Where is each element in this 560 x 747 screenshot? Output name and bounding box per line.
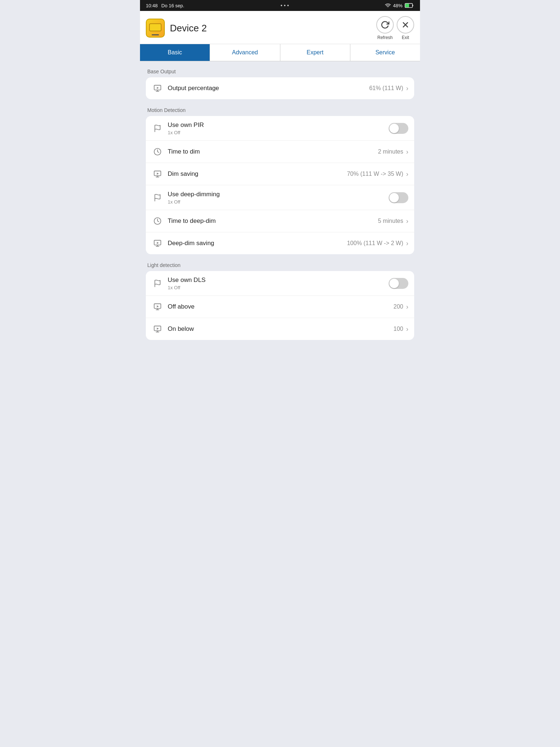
row-title-time-dim: Time to dim [168,148,378,156]
device-icon-svg [149,23,162,33]
play-icon-deep-dim-saving [152,237,163,249]
tab-basic[interactable]: Basic [140,44,210,61]
row-content-pir: Use own PIR 1x Off [168,121,389,135]
row-subtitle-dls: 1x Off [168,285,389,290]
row-deep-dim-saving[interactable]: Deep-dim saving 100% (111 W -> 2 W) › [146,232,414,254]
chevron-output-percentage: › [406,85,408,92]
row-time-to-deep-dim[interactable]: Time to deep-dim 5 minutes › [146,210,414,232]
row-content-output-percentage: Output percentage [168,84,369,92]
row-use-own-pir: Use own PIR 1x Off [146,116,414,141]
app-container: Device 2 Refresh Exit [140,11,420,355]
chevron-on-below: › [406,325,408,333]
tabs: Basic Advanced Expert Service [140,44,420,61]
flag-icon-deep-dimming [152,192,163,204]
row-subtitle-pir: 1x Off [168,130,389,135]
play-icon-output [152,82,163,94]
row-content-dim-saving: Dim saving [168,170,347,178]
row-off-above[interactable]: Off above 200 › [146,296,414,318]
status-dot-3 [287,5,289,6]
status-center [281,5,289,6]
row-title-dls: Use own DLS [168,276,389,284]
svg-marker-14 [157,173,159,175]
flag-icon-pir [152,123,163,134]
section-label-motion-detection: Motion Detection [147,107,414,113]
play-icon-5 [153,325,162,333]
toggle-dls[interactable] [389,278,408,289]
play-icon [153,84,162,92]
play-icon-3 [153,239,162,247]
close-icon [401,20,410,29]
row-value-on-below: 100 [393,326,403,332]
clock-icon-dim [152,146,163,158]
row-use-deep-dimming: Use deep-dimming 1x Off [146,185,414,210]
chevron-time-deep-dim: › [406,217,408,225]
row-value-deep-dim-saving: 100% (111 W -> 2 W) [347,240,403,247]
play-icon-2 [153,170,162,178]
status-right: 48% [385,3,414,8]
status-left: 10:48 Do 16 sep. [146,3,184,8]
status-date: Do 16 sep. [162,3,184,8]
row-title-deep-dim-saving: Deep-dim saving [168,239,347,247]
row-content-deep-dim-saving: Deep-dim saving [168,239,347,247]
chevron-off-above: › [406,303,408,311]
toggle-pir[interactable] [389,123,408,134]
flag-icon-3 [153,279,162,287]
chevron-deep-dim-saving: › [406,240,408,247]
row-content-time-dim: Time to dim [168,148,378,156]
row-content-on-below: On below [168,325,393,333]
tab-expert[interactable]: Expert [280,44,350,61]
exit-button[interactable] [397,16,414,34]
header-left: Device 2 [146,19,207,38]
svg-rect-3 [149,24,161,31]
section-label-base-output: Base Output [147,69,414,74]
exit-btn-group: Exit [397,16,414,40]
row-output-percentage[interactable]: Output percentage 61% (111 W) › [146,77,414,99]
flag-icon [153,124,162,132]
device-icon [146,19,165,38]
row-time-to-dim[interactable]: Time to dim 2 minutes › [146,141,414,163]
refresh-btn-group: Refresh [376,16,394,40]
row-title-off-above: Off above [168,303,393,311]
clock-icon-2 [153,217,162,225]
status-dot-1 [281,5,282,6]
row-dim-saving[interactable]: Dim saving 70% (111 W -> 35 W) › [146,163,414,185]
row-title-output-percentage: Output percentage [168,84,369,92]
row-title-time-deep-dim: Time to deep-dim [168,217,378,225]
row-subtitle-deep-dimming: 1x Off [168,199,389,205]
row-title-on-below: On below [168,325,393,333]
status-time: 10:48 [146,3,158,8]
flag-icon-2 [153,194,162,202]
card-motion-detection: Use own PIR 1x Off Time to dim 2 minutes [146,116,414,254]
row-content-dls: Use own DLS 1x Off [168,276,389,290]
header: Device 2 Refresh Exit [140,11,420,44]
tab-advanced[interactable]: Advanced [210,44,280,61]
status-bar: 10:48 Do 16 sep. 48% [140,0,420,11]
svg-marker-20 [157,242,159,244]
svg-marker-25 [157,306,159,308]
device-title: Device 2 [170,23,207,34]
row-content-off-above: Off above [168,303,393,311]
svg-rect-1 [405,4,409,7]
refresh-icon [381,20,389,29]
refresh-label: Refresh [377,35,393,40]
card-base-output: Output percentage 61% (111 W) › [146,77,414,99]
status-dot-2 [284,5,285,6]
toggle-deep-dimming[interactable] [389,192,408,203]
refresh-button[interactable] [376,16,394,34]
chevron-time-dim: › [406,148,408,156]
section-label-light-detection: Light detection [147,262,414,268]
row-value-off-above: 200 [393,303,403,310]
card-light-detection: Use own DLS 1x Off Off above [146,271,414,340]
row-value-time-dim: 2 minutes [378,148,403,155]
flag-icon-dls [152,278,163,289]
exit-label: Exit [402,35,409,40]
row-on-below[interactable]: On below 100 › [146,318,414,340]
play-icon-4 [153,303,162,311]
row-value-time-deep-dim: 5 minutes [378,218,403,224]
row-content-deep-dimming: Use deep-dimming 1x Off [168,190,389,205]
clock-icon [153,148,162,156]
tab-service[interactable]: Service [350,44,420,61]
wifi-icon [385,3,391,8]
row-content-time-deep-dim: Time to deep-dim [168,217,378,225]
row-title-deep-dimming: Use deep-dimming [168,190,389,198]
